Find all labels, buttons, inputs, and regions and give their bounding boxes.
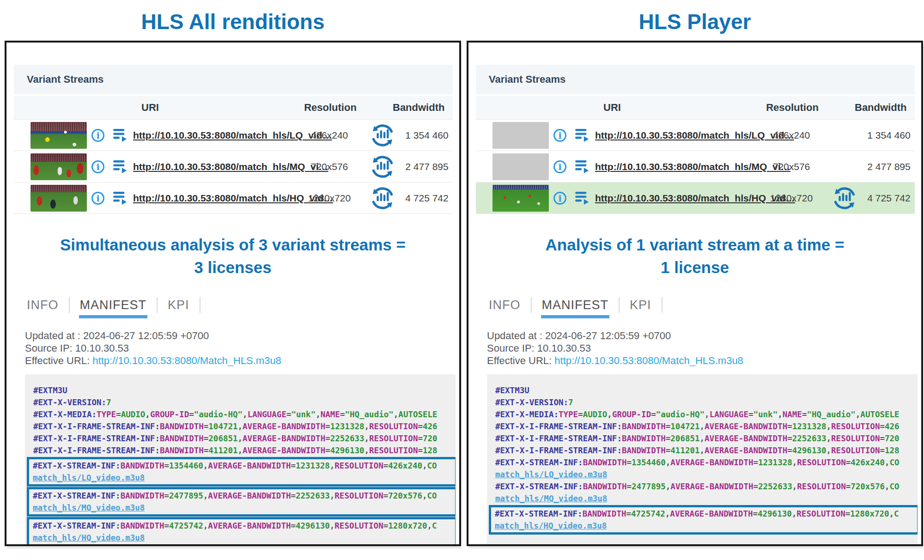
- manifest-line: #EXT-X-VERSION:7: [495, 396, 918, 408]
- code-token: 426: [423, 422, 438, 431]
- code-token: =: [383, 491, 389, 500]
- info-icon[interactable]: i: [553, 160, 566, 173]
- code-token: AUTOSELE: [860, 410, 899, 419]
- info-icon[interactable]: i: [91, 160, 104, 173]
- analysis-cell: [364, 185, 401, 211]
- manifest-playlist-link[interactable]: match_hls/LQ_video.m3u8: [33, 472, 455, 484]
- code-token: CO: [890, 458, 900, 467]
- code-token: ,: [145, 410, 150, 419]
- code-token: "audio-HQ": [656, 410, 705, 419]
- code-token: AUDIO: [583, 410, 608, 419]
- code-token: GROUP-ID: [612, 410, 651, 419]
- code-token: #EXT-X-I-FRAME-STREAM-INF:: [495, 446, 622, 455]
- code-token: TYPE: [97, 410, 116, 419]
- stream-row[interactable]: ihttp://10.10.30.53:8080/match_hls/LQ_vi…: [476, 120, 915, 151]
- stream-bandwidth: 2 477 895: [401, 161, 453, 172]
- code-token: 2477895: [632, 482, 666, 491]
- stream-resolution: 1280x720: [757, 193, 826, 204]
- tab-info[interactable]: INFO: [487, 298, 523, 312]
- code-token: 1354460: [632, 458, 666, 467]
- stream-row[interactable]: ihttp://10.10.30.53:8080/match_hls/HQ_vi…: [14, 183, 453, 214]
- code-token: ,: [827, 434, 832, 443]
- tab-manifest[interactable]: MANIFEST: [78, 298, 149, 312]
- code-token: =: [753, 458, 758, 467]
- playlist-icon[interactable]: [575, 191, 590, 205]
- manifest-line: #EXT-X-STREAM-INF:BANDWIDTH=2477895,AVER…: [33, 490, 455, 502]
- code-token: #EXT-X-MEDIA:: [495, 410, 559, 419]
- code-token: =: [880, 422, 885, 431]
- info-cell: i: [88, 129, 108, 142]
- detail-tabs: INFOMANIFESTKPI: [25, 294, 459, 316]
- code-token: #EXT-X-I-FRAME-STREAM-INF:: [495, 422, 622, 431]
- right-page-title: HLS Player: [467, 3, 923, 41]
- effective-url-link[interactable]: http://10.10.30.53:8080/Match_HLS.m3u8: [554, 355, 743, 366]
- code-token: ,: [243, 410, 248, 419]
- code-token: AVERAGE-BANDWIDTH: [705, 446, 787, 455]
- stream-row[interactable]: ihttp://10.10.30.53:8080/match_hls/LQ_vi…: [14, 120, 453, 151]
- code-token: ,: [827, 446, 832, 455]
- info-icon[interactable]: i: [553, 192, 566, 205]
- info-icon[interactable]: i: [91, 129, 104, 142]
- info-icon[interactable]: i: [91, 192, 104, 205]
- code-token: BANDWIDTH: [160, 434, 204, 443]
- playlist-icon[interactable]: [575, 128, 590, 142]
- stream-table-body: ihttp://10.10.30.53:8080/match_hls/LQ_vi…: [14, 120, 453, 214]
- code-token: ,: [700, 434, 705, 443]
- analysis-refresh-icon[interactable]: [370, 122, 395, 148]
- playlist-icon[interactable]: [113, 128, 128, 142]
- analysis-cell: [364, 154, 401, 180]
- code-token: AVERAGE-BANDWIDTH: [243, 422, 325, 431]
- manifest-line: #EXTM3U: [495, 384, 918, 396]
- code-token: =: [291, 461, 296, 470]
- manifest-playlist-link[interactable]: match_hls/MQ_video.m3u8: [495, 493, 918, 505]
- column-header-bandwidth: Bandwidth: [855, 102, 915, 114]
- code-token: RESOLUTION: [334, 461, 383, 470]
- info-icon[interactable]: i: [553, 129, 566, 142]
- code-token: 426x240: [388, 461, 422, 470]
- effective-url-line: Effective URL: http://10.10.30.53:8080/M…: [25, 354, 459, 367]
- effective-url-link[interactable]: http://10.10.30.53:8080/Match_HLS.m3u8: [92, 355, 281, 366]
- playlist-icon[interactable]: [575, 160, 590, 174]
- manifest-playlist-link[interactable]: match_hls/MQ_video.m3u8: [33, 502, 455, 514]
- left-claim-line1: Simultaneous analysis of 3 variant strea…: [6, 233, 459, 256]
- code-token: =: [286, 410, 292, 419]
- stream-row[interactable]: ihttp://10.10.30.53:8080/match_hls/HQ_vi…: [476, 183, 915, 214]
- stream-row[interactable]: ihttp://10.10.30.53:8080/match_hls/MQ_vi…: [476, 151, 915, 183]
- tab-divider: [157, 297, 158, 313]
- tab-kpi[interactable]: KPI: [166, 298, 191, 312]
- code-token: 411201: [208, 446, 237, 455]
- playlist-icon[interactable]: [113, 191, 128, 205]
- updated-at-value: 2024-06-27 12:05:59 +0700: [83, 330, 209, 341]
- code-token: ,: [422, 461, 427, 470]
- tab-manifest[interactable]: MANIFEST: [540, 298, 611, 312]
- manifest-playlist-link[interactable]: match_hls/HQ_video.m3u8: [495, 520, 917, 532]
- code-token: =: [291, 491, 296, 500]
- code-token: 206851: [670, 434, 699, 443]
- code-token: #EXTM3U: [495, 386, 529, 395]
- code-token: =: [802, 410, 807, 419]
- tab-kpi[interactable]: KPI: [628, 298, 653, 312]
- manifest-playlist-link[interactable]: match_hls/LQ_video.m3u8: [495, 469, 918, 481]
- playlist-cell: [108, 160, 133, 174]
- code-token: "unk": [754, 410, 778, 419]
- playlist-icon[interactable]: [113, 160, 128, 174]
- analysis-refresh-icon[interactable]: [832, 185, 857, 211]
- analysis-refresh-icon[interactable]: [370, 185, 395, 211]
- stream-row[interactable]: ihttp://10.10.30.53:8080/match_hls/MQ_vi…: [14, 151, 453, 183]
- code-token: ,: [238, 446, 243, 455]
- manifest-playlist-link[interactable]: match_hls/HQ_video.m3u8: [33, 532, 455, 544]
- code-token: BANDWIDTH: [160, 422, 204, 431]
- code-token: RESOLUTION: [369, 446, 418, 455]
- column-header-resolution: Resolution: [286, 102, 374, 114]
- code-token: 411201: [670, 446, 699, 455]
- manifest-highlight-box: #EXT-X-STREAM-INF:BANDWIDTH=4725742,AVER…: [489, 505, 918, 535]
- analysis-refresh-icon[interactable]: [370, 154, 395, 180]
- code-token: #EXT-X-I-FRAME-STREAM-INF:: [495, 434, 622, 443]
- code-token: RESOLUTION: [797, 482, 845, 491]
- tab-info[interactable]: INFO: [25, 298, 61, 312]
- code-token: =: [787, 422, 792, 431]
- code-token: =: [846, 482, 851, 491]
- right-claim-line2: 1 license: [468, 256, 921, 279]
- code-token: 4296130: [296, 521, 330, 530]
- effective-url-label: Effective URL:: [25, 355, 90, 366]
